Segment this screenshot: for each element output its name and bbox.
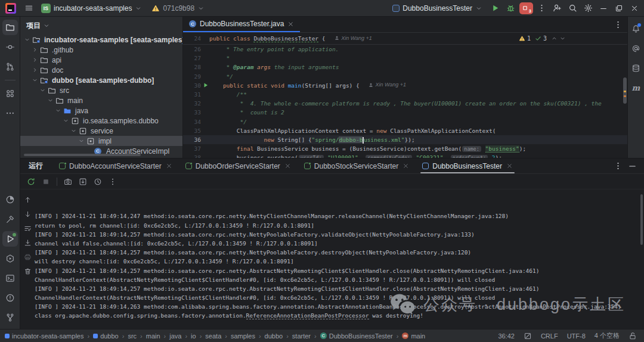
caret-position[interactable]: 36:42 — [498, 332, 515, 340]
tree-item-dubbo-seata-samples-dubbo[interactable]: dubbo [seata-samples-dubbo] — [20, 75, 182, 85]
profiler-icon[interactable] — [2, 192, 18, 207]
more-options-icon[interactable] — [106, 175, 119, 188]
maximize-button[interactable] — [612, 1, 626, 15]
parameter-hint[interactable]: name: — [462, 146, 481, 152]
code-line-34[interactable]: 34 */ — [183, 117, 627, 126]
version-control-icon[interactable] — [2, 310, 18, 325]
clear-all-icon[interactable] — [22, 266, 33, 276]
editor-options-icon[interactable] — [611, 17, 625, 32]
tree-item-io-seata-samples-dubbo[interactable]: io.seata.samples.dubbo — [20, 116, 182, 126]
breadcrumb-src[interactable]: src — [128, 332, 137, 340]
author-hint[interactable]: Xin Wang +1 — [329, 35, 372, 41]
chevron-down-icon[interactable] — [32, 77, 40, 83]
modules-icon[interactable] — [2, 86, 18, 101]
chevron-down-icon[interactable] — [63, 117, 71, 124]
close-button[interactable] — [627, 1, 642, 15]
code-line-28[interactable]: 28 * @param args the input arguments — [183, 63, 627, 71]
next-problem-icon[interactable] — [559, 35, 566, 42]
prev-problem-icon[interactable] — [551, 35, 558, 42]
close-tab-icon[interactable] — [402, 163, 409, 169]
code-line-32[interactable]: 32 * 4. The whole e-commerce platform is… — [183, 99, 627, 108]
code-line-27[interactable]: 27 * — [183, 54, 627, 63]
project-widget[interactable]: IS incubator-seata-samples — [37, 1, 146, 15]
tree-item-main[interactable]: main — [20, 95, 182, 105]
run-gutter-icon[interactable] — [203, 82, 209, 88]
run-tab-dubboorderservicestarter[interactable]: DubboOrderServiceStarter — [179, 158, 298, 173]
tree-item-incubator-seata-samples-seata-samples[interactable]: incubator-seata-samples [seata-samples]D… — [20, 35, 182, 45]
breadcrumb-dubbo[interactable]: dubbo — [265, 332, 283, 340]
code-line-29[interactable]: 29 */ — [183, 72, 627, 81]
close-tab-icon[interactable] — [284, 163, 291, 169]
chevron-down-icon[interactable] — [55, 107, 63, 114]
close-tab-icon[interactable] — [166, 163, 172, 169]
breadcrumb-io[interactable]: io — [191, 332, 196, 340]
chevron-down-icon[interactable] — [47, 97, 55, 104]
search-icon[interactable] — [565, 1, 580, 15]
code-line-30[interactable]: 30 public static void main(String[] args… — [183, 81, 627, 90]
chevron-down-icon[interactable] — [39, 87, 48, 94]
sticky-code-line[interactable]: 24 public class DubboBusinessTester { Xi… — [183, 33, 627, 45]
warning-mark[interactable] — [624, 91, 626, 92]
close-tab-icon[interactable] — [287, 21, 294, 27]
services-icon[interactable] — [2, 251, 18, 266]
file-encoding[interactable]: UTF-8 — [567, 332, 586, 340]
stop-icon[interactable] — [39, 175, 52, 188]
error-stripe-mark[interactable] — [624, 95, 626, 97]
code-line-26[interactable]: 26 * The entry point of application. — [183, 45, 627, 54]
highlight-level-icon[interactable] — [524, 332, 532, 340]
breadcrumb-samples[interactable]: samples — [231, 332, 255, 340]
breadcrumb-main[interactable]: main — [146, 332, 160, 340]
code-line-35[interactable]: 35 ClassPathXmlApplicationContext contex… — [183, 126, 627, 135]
minimize-button[interactable] — [596, 1, 611, 15]
running-processes-button[interactable]: 3 — [519, 1, 533, 15]
breadcrumb-dubbo[interactable]: dubbo — [93, 332, 119, 340]
settings-icon[interactable] — [581, 1, 595, 15]
code-line-36[interactable]: 36 new String[] {"spring/dubbo-business.… — [183, 135, 627, 144]
tree-item-impl[interactable]: impl — [20, 136, 182, 146]
tree-item-src[interactable]: src — [20, 85, 182, 95]
more-tool-windows-icon[interactable] — [2, 105, 18, 121]
editor-tab[interactable]: C DubboBusinessTester.java — [183, 17, 300, 32]
app-logo-icon[interactable] — [5, 3, 16, 14]
commit-icon[interactable] — [2, 39, 18, 55]
breadcrumb-dubbobusinesstester[interactable]: CDubboBusinessTester — [320, 332, 393, 340]
attach-icon[interactable] — [76, 175, 89, 188]
print-icon[interactable] — [22, 251, 33, 262]
tree-item-github[interactable]: .github — [20, 45, 182, 55]
project-panel-title[interactable]: 项目 — [26, 21, 41, 31]
tree-item-java[interactable]: java — [20, 105, 182, 116]
soft-wrap-icon[interactable] — [22, 223, 33, 234]
run-button[interactable] — [488, 1, 502, 15]
build-icon[interactable] — [2, 212, 18, 227]
chevron-down-icon[interactable] — [24, 36, 32, 43]
breadcrumb-main[interactable]: mmain — [402, 332, 425, 340]
scroll-to-end-icon[interactable] — [22, 237, 33, 248]
code-line-31[interactable]: 31 /** — [183, 90, 627, 99]
terminal-icon[interactable] — [2, 271, 18, 286]
indent-style[interactable]: 4 个空格 — [595, 331, 620, 340]
horizontal-scrollbar[interactable] — [24, 154, 141, 156]
chevron-right-icon[interactable] — [32, 46, 40, 53]
hide-panel-icon[interactable] — [625, 159, 639, 173]
code-line-33[interactable]: 33 * count is 2 — [183, 108, 627, 117]
close-tab-icon[interactable] — [506, 163, 513, 169]
code-area[interactable]: 26 * The entry point of application.27 *… — [183, 45, 627, 158]
console-scrollbar[interactable] — [640, 194, 643, 245]
code-with-me-icon[interactable] — [550, 1, 564, 15]
database-icon[interactable] — [629, 61, 643, 75]
project-icon[interactable] — [2, 20, 18, 35]
code-line-38[interactable]: 38 business.purchase(userId: "U100001", … — [183, 153, 627, 158]
maven-icon[interactable]: m — [629, 80, 643, 95]
inspections-widget[interactable]: 1 3 — [515, 33, 569, 44]
tree-item-api[interactable]: api — [20, 55, 182, 65]
editor-scrollbar[interactable] — [623, 46, 627, 158]
run-panel-options-icon[interactable] — [611, 159, 625, 173]
chevron-right-icon[interactable] — [32, 57, 40, 63]
code-line-37[interactable]: 37 final BusinessService business = (Bus… — [183, 144, 627, 153]
run-icon[interactable] — [2, 231, 18, 247]
run-config-widget[interactable]: DubboBusinessTester — [388, 1, 487, 15]
chevron-down-icon[interactable] — [70, 128, 79, 134]
debug-button[interactable] — [503, 1, 518, 15]
vcs-widget[interactable]: 071c9b98 — [147, 1, 209, 15]
history-icon[interactable] — [91, 175, 104, 188]
